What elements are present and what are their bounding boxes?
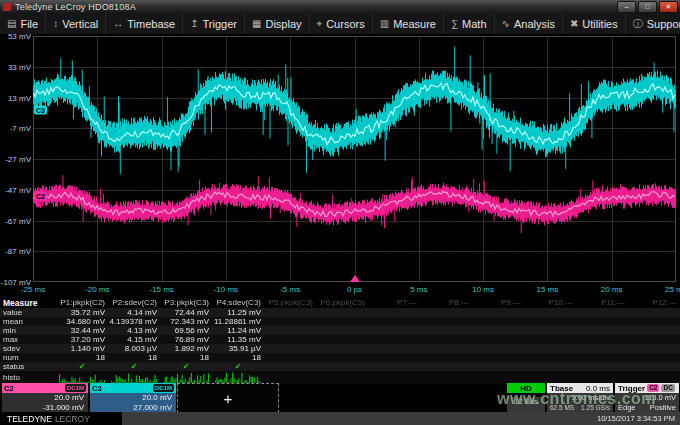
p2-histogram: [108, 372, 160, 383]
measure-row-label: min: [0, 326, 56, 335]
channel-marker-c2[interactable]: C2: [34, 191, 47, 200]
x-axis-label: 5 ms: [410, 285, 427, 294]
tbase-scale: 5.00 ms/div: [550, 393, 610, 403]
param-header-p9[interactable]: P9:---: [472, 298, 524, 307]
param-header-p1[interactable]: P1:pkpk(C2): [56, 298, 108, 307]
p4-num: 18: [212, 353, 264, 362]
p3-value: 72.44 mV: [160, 308, 212, 317]
y-axis-label: 53 mV: [0, 32, 31, 41]
trigger-type: Edge: [618, 403, 636, 413]
param-header-p5[interactable]: P5:pkpk(C3): [264, 298, 316, 307]
param-header-p2[interactable]: P2:sdev(C2): [108, 298, 160, 307]
param-header-p4[interactable]: P4:sdev(C3): [212, 298, 264, 307]
c2-scale: 20.0 mV: [2, 393, 84, 403]
menu-display[interactable]: ▦Display: [245, 13, 310, 34]
c2-coupling-badge: DC1M: [65, 384, 86, 392]
p1-num: 18: [56, 353, 108, 362]
p4-sdev: 35.91 µV: [212, 344, 264, 353]
p1-min: 32.44 mV: [56, 326, 108, 335]
trigger-descriptor[interactable]: Trigger C2 DC 113.0 mV Edge Positive: [615, 383, 679, 412]
add-channel-button[interactable]: +: [177, 383, 279, 413]
p2-min: 4.13 mV: [108, 326, 160, 335]
p4-max: 11.35 mV: [212, 335, 264, 344]
tbase-samples: 62.5 MS: [550, 403, 574, 413]
p2-sdev: 8.003 µV: [108, 344, 160, 353]
p3-mean: 72.343 mV: [160, 317, 212, 326]
p3-sdev: 1.892 mV: [160, 344, 212, 353]
hd-mode-box[interactable]: HD 12 Bits: [507, 383, 545, 412]
titlebar: Teledyne LeCroy HDO8108A – □ ✕: [0, 0, 680, 13]
x-axis-label: 10 ms: [472, 285, 494, 294]
brand-lecroy: LECROY: [55, 414, 90, 424]
c2-offset: -31.000 mV: [2, 403, 84, 413]
x-axis-label: -25 ms: [21, 285, 45, 294]
p3-status-icon: ✔: [160, 362, 212, 371]
param-header-p3[interactable]: P3:pkpk(C3): [160, 298, 212, 307]
measure-row-label: mean: [0, 317, 56, 326]
minimize-button[interactable]: –: [617, 1, 636, 13]
x-axis-label: 15 ms: [536, 285, 558, 294]
trigger-coupling-badge: DC: [661, 384, 674, 392]
trigger-slope: Positive: [650, 403, 676, 413]
close-button[interactable]: ✕: [659, 1, 678, 13]
vertical-icon: ↕: [53, 18, 58, 29]
plus-icon: +: [224, 390, 233, 407]
param-header-p6[interactable]: P6:pkpk(C5): [316, 298, 368, 307]
c3-scale: 20.0 mV: [90, 393, 172, 403]
hd-bits: 12 Bits: [510, 397, 542, 407]
support-icon: ⓘ: [633, 17, 643, 31]
waveform-plot[interactable]: 53 mV33 mV13 mV-7 mV-27 mV-47 mV-67 mV-8…: [0, 34, 680, 297]
param-header-p11[interactable]: P11:---: [576, 298, 628, 307]
c3-offset: 27.000 mV: [90, 403, 172, 413]
brand-logo: TELEDYNELECROY: [0, 414, 120, 424]
menubar: ▤File↕Vertical↔Timebase↥Trigger▦Display⌖…: [0, 13, 680, 35]
param-header-p10[interactable]: P10:---: [524, 298, 576, 307]
measure-row-label: max: [0, 335, 56, 344]
p4-status-icon: ✔: [212, 362, 264, 371]
p1-histogram: [56, 372, 108, 383]
param-header-p7[interactable]: P7:---: [368, 298, 420, 307]
menu-trigger[interactable]: ↥Trigger: [183, 13, 245, 34]
y-axis-label: -67 mV: [0, 217, 31, 226]
p3-histogram: [160, 372, 212, 383]
trigger-time-marker[interactable]: [350, 275, 360, 282]
maximize-button[interactable]: □: [638, 1, 657, 13]
channel-marker-c3[interactable]: C3: [34, 105, 47, 114]
menu-support[interactable]: ⓘSupport: [626, 13, 680, 34]
p4-histogram: [212, 372, 264, 383]
p1-mean: 34.680 mV: [56, 317, 108, 326]
footer-strip: TELEDYNELECROY 10/15/2017 3:34:53 PM: [0, 412, 680, 425]
timebase-descriptor[interactable]: Tbase 0.0 ms 5.00 ms/div 62.5 MS 1.25 GS…: [547, 383, 613, 412]
param-header-p12[interactable]: P12:---: [628, 298, 680, 307]
channel-c3-descriptor[interactable]: C3 DC1M 20.0 mV 27.000 mV: [90, 383, 176, 412]
trigger-label: Trigger: [618, 384, 645, 393]
param-header-p8[interactable]: P8:---: [420, 298, 472, 307]
measure-row-label: status: [0, 362, 56, 371]
measure-table: MeasureP1:pkpk(C2)P2:sdev(C2)P3:pkpk(C3)…: [0, 297, 680, 383]
menu-utilities[interactable]: ✖Utilities: [563, 13, 626, 34]
waveform-canvas[interactable]: [33, 36, 676, 282]
window-title: Teledyne LeCroy HDO8108A: [15, 2, 617, 12]
y-axis-label: 33 mV: [0, 63, 31, 72]
status-bar: 10/15/2017 3:34:53 PM: [120, 412, 680, 425]
channel-c2-descriptor[interactable]: C2 DC1M 20.0 mV -31.000 mV: [2, 383, 88, 412]
app-icon: [3, 3, 11, 11]
menu-measure[interactable]: ▥Measure: [373, 13, 444, 34]
hd-label: HD: [520, 384, 532, 393]
p3-min: 69.56 mV: [160, 326, 212, 335]
menu-math[interactable]: ∑Math: [444, 13, 495, 34]
c3-coupling-badge: DC1M: [153, 384, 174, 392]
menu-file[interactable]: ▤File: [0, 13, 46, 34]
y-axis-label: 13 mV: [0, 94, 31, 103]
file-icon: ▤: [7, 18, 16, 29]
timebase-icon: ↔: [113, 18, 123, 29]
utilities-icon: ✖: [570, 18, 578, 29]
menu-analysis[interactable]: ∿Analysis: [495, 13, 563, 34]
menu-vertical[interactable]: ↕Vertical: [46, 13, 106, 34]
oscilloscope-screen: Teledyne LeCroy HDO8108A – □ ✕ ▤File↕Ver…: [0, 0, 680, 425]
trigger-source-badge: C2: [647, 384, 659, 392]
x-axis-label: 20 ms: [601, 285, 623, 294]
menu-cursors[interactable]: ⌖Cursors: [310, 13, 373, 34]
menu-timebase[interactable]: ↔Timebase: [106, 13, 183, 34]
measure-row-label: histo: [0, 373, 56, 382]
